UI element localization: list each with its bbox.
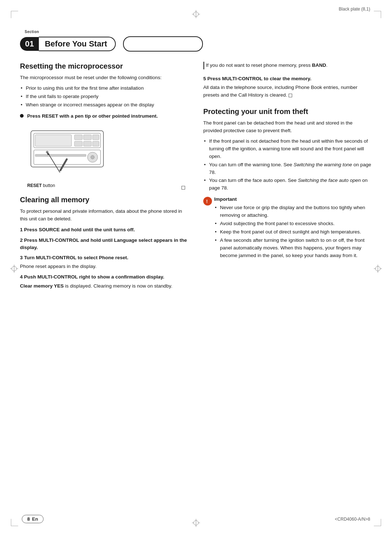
- footer-lang: En: [32, 516, 38, 522]
- band-text: If you do not want to reset phone memory…: [203, 62, 372, 69]
- italic-text: Switching the warning tone: [294, 162, 352, 167]
- important-content: Important Never use force or grip the di…: [214, 196, 372, 263]
- right-column: If you do not want to reset phone memory…: [203, 62, 372, 292]
- svg-rect-3: [74, 135, 82, 140]
- important-box: ! Important Never use force or grip the …: [203, 196, 372, 263]
- press-reset-instruction: Press RESET with a pen tip or other poin…: [20, 113, 189, 120]
- section-title-text: Before You Start: [45, 39, 107, 48]
- list-item: Prior to using this unit for the first t…: [20, 85, 189, 92]
- list-item: Avoid subjecting the front panel to exce…: [214, 220, 372, 228]
- reset-bold: RESET: [27, 183, 42, 188]
- device-svg: [27, 125, 107, 182]
- clearing-intro: To protect personal and private informat…: [20, 208, 189, 223]
- left-column: Resetting the microprocessor The micropr…: [20, 62, 189, 292]
- page-header: Black plate (8,1): [339, 7, 370, 12]
- section-header: 01 Before You Start: [20, 36, 203, 52]
- list-item: If the unit fails to operate properly: [20, 93, 189, 101]
- bullet-icon: [20, 114, 24, 118]
- crosshair-top: [192, 10, 200, 18]
- reset-rest: button: [42, 183, 55, 188]
- band-bold: BAND: [312, 62, 326, 68]
- page-number: 8: [27, 516, 30, 522]
- sq-symbol: [289, 94, 292, 97]
- svg-point-12: [91, 155, 94, 159]
- device-image: [27, 125, 107, 182]
- protecting-heading: Protecting your unit from theft: [203, 107, 372, 116]
- list-item: Never use force or grip the display and …: [214, 204, 372, 219]
- important-bullets: Never use force or grip the display and …: [214, 204, 372, 259]
- protecting-intro: The front panel can be detached from the…: [203, 119, 372, 135]
- list-item: You can turn off the warning tone. See S…: [203, 161, 372, 176]
- crosshair-right: [374, 265, 382, 273]
- italic-text: Switching the face auto open: [298, 178, 361, 183]
- step4-instruction: 4 Push MULTI-CONTROL right to show a con…: [20, 273, 189, 281]
- section-number: 01: [20, 37, 39, 51]
- content-area: Resetting the microprocessor The micropr…: [20, 62, 372, 292]
- clearing-heading: Clearing all memory: [20, 195, 189, 204]
- step5-num: 5: [203, 76, 206, 81]
- resetting-bullets: Prior to using this unit for the first t…: [20, 85, 189, 109]
- page-number-box: 8 En: [22, 515, 44, 523]
- corner-mark-tr: [374, 11, 381, 18]
- device-image-container: RESET button: [20, 125, 189, 190]
- plate-text: Black plate (8,1): [339, 7, 370, 12]
- svg-text:!: !: [206, 199, 208, 204]
- svg-rect-4: [83, 135, 91, 140]
- list-item: Keep the front panel out of direct sunli…: [214, 228, 372, 236]
- step3-body: Phone reset appears in the display.: [20, 263, 189, 270]
- svg-rect-10: [35, 154, 86, 156]
- page-footer: 8 En <CRD4060-A/N>8: [0, 515, 392, 523]
- important-label: Important: [214, 196, 372, 202]
- section-number-text: 01: [25, 39, 34, 49]
- step1-instruction: 1 Press SOURCE and hold until the unit t…: [20, 226, 189, 233]
- section-title: Before You Start: [39, 37, 116, 51]
- svg-rect-16: [59, 158, 68, 171]
- list-item: When strange or incorrect messages appea…: [20, 101, 189, 109]
- small-square-symbol: [181, 186, 185, 190]
- crosshair-left: [10, 265, 18, 273]
- step2-instruction: 2 Press MULTI-CONTROL and hold until Lan…: [20, 237, 189, 252]
- svg-rect-2: [35, 135, 72, 146]
- footer-model: <CRD4060-A/N>8: [335, 517, 370, 522]
- svg-rect-7: [83, 141, 91, 146]
- step4-body: Clear memory YES is displayed. Clearing …: [20, 282, 189, 290]
- list-item: If the front panel is not detached from …: [203, 138, 372, 160]
- list-item: A few seconds after turning the ignition…: [214, 237, 372, 260]
- resetting-intro: The microprocessor must be reset under t…: [20, 74, 189, 82]
- section-label: Section: [25, 30, 39, 34]
- step3-instruction: 3 Turn MULTI-CONTROL to select Phone res…: [20, 254, 189, 261]
- svg-rect-5: [93, 135, 99, 140]
- important-icon: !: [203, 197, 212, 206]
- corner-mark-tl: [11, 11, 18, 18]
- svg-rect-6: [74, 141, 82, 146]
- step4-rest-text: is displayed. Clearing memory is now on …: [65, 283, 172, 289]
- step5-instruction: 5 Press MULTI-CONTROL to clear the memor…: [203, 75, 372, 82]
- step4-bold-text: Clear memory YES: [20, 283, 64, 289]
- section-label-text: Section: [25, 30, 39, 34]
- list-item: You can turn off the face auto open. See…: [203, 177, 372, 192]
- resetting-heading: Resetting the microprocessor: [20, 62, 189, 70]
- step5-body: All data in the telephone source, includ…: [203, 84, 372, 99]
- svg-rect-8: [93, 141, 99, 146]
- section-empty-box: [123, 36, 203, 52]
- protecting-bullets: If the front panel is not detached from …: [203, 138, 372, 192]
